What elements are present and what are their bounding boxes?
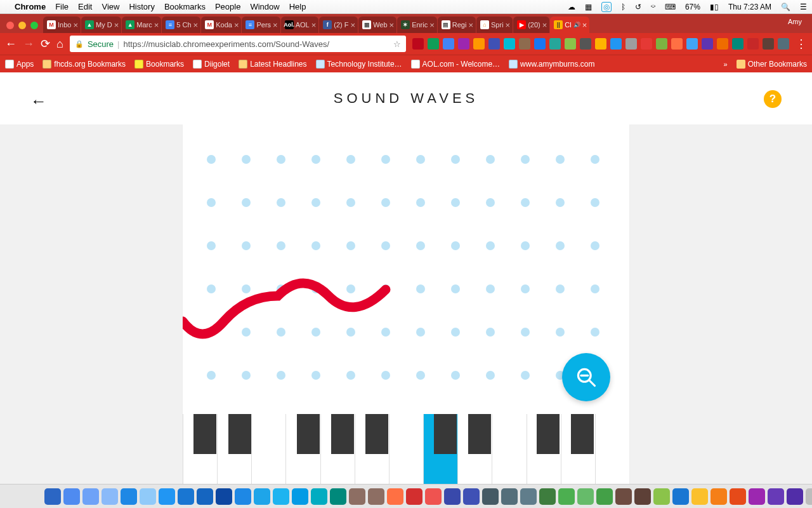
grid-icon[interactable]: ▦	[585, 3, 592, 11]
dock-app-icon[interactable]	[444, 488, 461, 505]
dock-app-icon[interactable]	[672, 488, 689, 505]
address-bar[interactable]: 🔒 Secure | https://musiclab.chromeexperi…	[70, 36, 406, 52]
close-window-button[interactable]	[6, 22, 14, 29]
dock-app-icon[interactable]	[140, 488, 156, 505]
extension-icon[interactable]	[686, 38, 698, 50]
tab-audio-icon[interactable]: 🔊	[573, 22, 580, 28]
dock-app-icon[interactable]	[634, 488, 651, 505]
bookmarks-overflow[interactable]: »	[724, 60, 728, 68]
bookmark-item[interactable]: Apps	[5, 60, 34, 69]
minimize-window-button[interactable]	[18, 22, 26, 29]
extension-icon[interactable]	[732, 38, 743, 50]
extension-icon[interactable]	[778, 38, 789, 50]
extension-icon[interactable]	[458, 38, 469, 50]
menubar-people[interactable]: People	[215, 2, 240, 11]
dock-app-icon[interactable]	[349, 488, 365, 505]
browser-tab[interactable]: MKoda×	[201, 17, 241, 33]
dock-app-icon[interactable]	[691, 488, 708, 505]
extension-icon[interactable]	[671, 38, 683, 50]
dock-app-icon[interactable]	[501, 488, 518, 505]
tab-close-icon[interactable]: ×	[311, 20, 317, 30]
bookmark-item[interactable]: Technology Institute…	[316, 60, 402, 69]
notification-center-icon[interactable]: ☰	[800, 3, 807, 11]
extension-icon[interactable]	[625, 38, 637, 50]
dock-app-icon[interactable]	[44, 488, 61, 505]
black-piano-key[interactable]	[331, 414, 354, 454]
extension-icon[interactable]	[763, 38, 774, 50]
menubar-view[interactable]: View	[102, 2, 119, 11]
keyboard-icon[interactable]: ⌨	[665, 3, 676, 11]
dock-app-icon[interactable]	[615, 488, 632, 505]
browser-tab[interactable]: ≡5 Ch×	[162, 17, 200, 33]
menubar-history[interactable]: History	[129, 2, 154, 11]
tab-close-icon[interactable]: ×	[351, 20, 356, 30]
tab-close-icon[interactable]: ×	[234, 20, 239, 30]
extension-icon[interactable]	[656, 38, 667, 50]
bookmark-item[interactable]: AOL.com - Welcome…	[411, 60, 500, 69]
dock-app-icon[interactable]	[159, 488, 175, 505]
extension-icon[interactable]	[717, 38, 728, 50]
tab-close-icon[interactable]: ×	[506, 20, 511, 30]
browser-tab[interactable]: f(2) F×	[319, 17, 358, 33]
extension-icon[interactable]	[610, 38, 622, 50]
dock-app-icon[interactable]	[197, 488, 213, 505]
dock-app-icon[interactable]	[216, 488, 232, 505]
browser-tab[interactable]: ▦Web×	[358, 17, 396, 33]
dock-app-icon[interactable]	[463, 488, 480, 505]
browser-tab[interactable]: ▲Marc×	[122, 17, 161, 33]
black-piano-key[interactable]	[537, 414, 560, 454]
extension-icon[interactable]	[412, 38, 424, 50]
sound-waves-stage[interactable]	[182, 124, 630, 484]
extension-icon[interactable]	[473, 38, 485, 50]
black-piano-key[interactable]	[468, 414, 491, 454]
nav-home-button[interactable]: ⌂	[56, 37, 63, 51]
spotlight-icon[interactable]: 🔍	[781, 3, 790, 11]
dock-app-icon[interactable]	[254, 488, 270, 505]
zoom-window-button[interactable]	[30, 22, 38, 29]
menubar-edit[interactable]: Edit	[78, 2, 92, 11]
black-piano-key[interactable]	[571, 414, 594, 454]
nav-forward-button[interactable]: →	[23, 37, 34, 51]
cloud-icon[interactable]: ☁	[568, 3, 575, 11]
browser-tab[interactable]: ▶(20)×	[513, 17, 549, 33]
black-piano-key[interactable]	[228, 414, 251, 454]
browser-tab[interactable]: ▤Regi×	[438, 17, 476, 33]
dock-app-icon[interactable]	[730, 488, 746, 505]
dock-app-icon[interactable]	[82, 488, 99, 505]
dock-app-icon[interactable]	[539, 488, 556, 505]
extension-icon[interactable]	[565, 38, 576, 50]
browser-tab[interactable]: Aol.AOL×	[281, 17, 319, 33]
menubar-bookmarks[interactable]: Bookmarks	[164, 2, 206, 11]
tab-close-icon[interactable]: ×	[73, 20, 78, 30]
browser-tab[interactable]: ⌂Spri×	[476, 17, 513, 33]
menubar-help[interactable]: Help	[289, 2, 306, 11]
help-button[interactable]: ?	[764, 90, 782, 108]
tab-close-icon[interactable]: ×	[114, 20, 119, 30]
bookmark-item[interactable]: Bookmarks	[134, 60, 184, 69]
extension-icon[interactable]	[747, 38, 759, 50]
tab-close-icon[interactable]: ×	[273, 20, 278, 30]
browser-tab[interactable]: ≡Pers×	[242, 17, 280, 33]
dock-app-icon[interactable]	[102, 488, 118, 505]
bluetooth-icon[interactable]: ᛒ	[621, 3, 625, 11]
tab-close-icon[interactable]: ×	[542, 20, 547, 30]
dock-app-icon[interactable]	[368, 488, 384, 505]
dock-app-icon[interactable]	[520, 488, 537, 505]
browser-tab[interactable]: ||Cl🔊×	[550, 17, 589, 33]
dock-app-icon[interactable]	[768, 488, 784, 505]
dock-app-icon[interactable]	[121, 488, 137, 505]
tab-close-icon[interactable]: ×	[193, 20, 199, 30]
black-piano-key[interactable]	[297, 414, 320, 454]
extension-icon[interactable]	[443, 38, 454, 50]
dock-app-icon[interactable]	[749, 488, 765, 505]
tab-close-icon[interactable]: ×	[429, 20, 435, 30]
browser-tab[interactable]: ▲My D×	[81, 17, 121, 33]
extension-icon[interactable]	[534, 38, 546, 50]
battery-icon[interactable]: ▮▯	[710, 3, 719, 11]
dock-app-icon[interactable]	[387, 488, 403, 505]
extension-icon[interactable]	[580, 38, 591, 50]
black-piano-key[interactable]	[434, 414, 457, 454]
bookmark-item[interactable]: fhcds.org Bookmarks	[43, 60, 126, 69]
dock-app-icon[interactable]	[577, 488, 594, 505]
dock-app-icon[interactable]	[273, 488, 289, 505]
